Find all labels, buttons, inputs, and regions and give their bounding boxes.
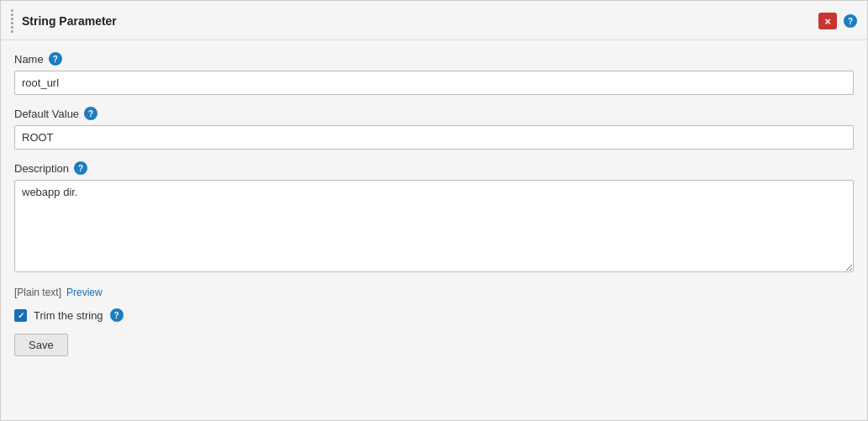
trim-checkbox[interactable] [14,309,27,322]
default-value-label-row: Default Value ? [14,107,854,120]
default-value-input[interactable] [14,125,854,150]
panel-title-row: String Parameter [11,9,117,33]
name-input[interactable] [14,71,854,95]
description-label: Description [14,162,69,175]
name-field-group: Name ? [14,52,854,95]
description-field-group: Description ? webapp dir. [14,161,854,275]
description-help-icon[interactable]: ? [74,161,87,175]
panel-body: Name ? Default Value ? Description ? web… [1,40,867,368]
close-button[interactable]: × [818,13,837,29]
preview-link[interactable]: Preview [66,287,103,298]
name-label: Name [14,53,44,66]
description-textarea[interactable]: webapp dir. [14,180,854,272]
save-button[interactable]: Save [14,334,68,356]
drag-handle [11,9,13,33]
string-parameter-panel: String Parameter × ? Name ? Default Valu… [0,0,868,421]
description-label-row: Description ? [14,161,854,175]
name-help-icon[interactable]: ? [49,52,62,66]
default-value-help-icon[interactable]: ? [84,107,97,120]
name-label-row: Name ? [14,52,854,66]
plain-text-label: [Plain text] [14,287,61,298]
header-help-icon[interactable]: ? [844,14,857,28]
panel-title: String Parameter [22,14,117,28]
header-right: × ? [818,13,857,29]
default-value-label: Default Value [14,108,79,120]
trim-help-icon[interactable]: ? [110,308,124,322]
trim-label: Trim the string [34,309,103,322]
bottom-button-row: Save [14,334,854,356]
panel-header: String Parameter × ? [1,1,867,40]
plain-text-row: [Plain text] Preview [14,287,854,298]
trim-row: Trim the string ? [14,308,854,322]
default-value-field-group: Default Value ? [14,107,854,150]
